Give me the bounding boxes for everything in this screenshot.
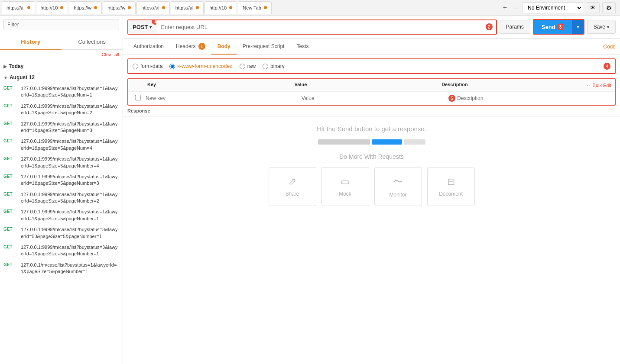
tab-label: https://w [74, 5, 91, 10]
share-icon: ⇗ [289, 176, 296, 187]
clear-all-button[interactable]: Clear all [0, 50, 123, 59]
history-url: 127.0.0.1:9999/m/case/list?buystatus=1&l… [21, 138, 119, 151]
mock-icon: ▭ [341, 176, 350, 187]
url-input[interactable] [156, 20, 496, 34]
section-august12[interactable]: ▼ August 12 [0, 72, 123, 83]
tab-headers[interactable]: Headers 1 [170, 39, 211, 55]
chevron-down-icon: ▾ [149, 25, 152, 29]
method-badge: GET [3, 226, 17, 232]
tab-item-2[interactable]: https://w [69, 1, 102, 14]
tab-prerequest[interactable]: Pre-request Script [237, 39, 291, 55]
params-button[interactable]: Params [500, 20, 530, 34]
history-item[interactable]: GET127.0.0.1:9999/m/case/list?buystatus=… [0, 171, 123, 189]
key-input[interactable] [144, 93, 300, 103]
filter-input[interactable] [3, 19, 119, 30]
history-item[interactable]: GET127.0.0.1:9999/m/case/list?buystatus=… [0, 83, 123, 101]
tab-label: https://al [6, 5, 25, 10]
history-item[interactable]: GET127.0.0.1/m/case/list?buystatus=1&law… [0, 260, 123, 277]
method-badge: GET [3, 121, 17, 126]
tab-item-1[interactable]: http://10 [36, 1, 68, 14]
tab-body[interactable]: Body [211, 39, 237, 55]
history-url: 127.0.0.1:9999/m/case/list?buystatus=1&l… [21, 174, 119, 187]
do-more-label: Do More With Requests [339, 153, 404, 160]
history-item[interactable]: GET127.0.0.1:9999/m/case/list?buystatus=… [0, 206, 123, 224]
method-badge: GET [3, 209, 17, 214]
tab-item-6[interactable]: http://10 [205, 1, 237, 14]
bar-gray-1 [318, 139, 370, 145]
tab-dot [60, 6, 63, 9]
form-data-option[interactable]: form-data [133, 63, 162, 69]
tab-item-4[interactable]: https://al [136, 1, 170, 14]
history-url: 127.0.0.1:9999/m/case/list?buystatus=1&l… [21, 209, 119, 222]
history-item[interactable]: GET127.0.0.1:9999/m/case/list?buystatus=… [0, 119, 123, 136]
add-tab-button[interactable]: + [500, 2, 510, 13]
tab-dot [196, 6, 199, 9]
history-item[interactable]: GET127.0.0.1:9999/m/case/list?buystatus=… [0, 154, 123, 171]
value-input[interactable] [300, 93, 449, 103]
tab-item-3[interactable]: https://w [103, 1, 136, 14]
body-options: form-data x-www-form-urlencoded raw bina… [127, 58, 616, 74]
sidebar-tabs: History Collections [0, 34, 123, 50]
request-tabs: Authorization Headers 1 Body Pre-request… [123, 39, 620, 55]
action-card-share[interactable]: ⇗Share [269, 167, 316, 206]
action-label: Document [439, 191, 463, 197]
method-badge: GET [3, 262, 17, 267]
x-www-option[interactable]: x-www-form-urlencoded [169, 63, 232, 69]
params-table: Key Value Description ··· Bulk Edit [127, 78, 616, 106]
environment-select[interactable]: No Environment [522, 2, 583, 13]
row-checkbox[interactable] [132, 95, 144, 100]
bulk-edit-link[interactable]: Bulk Edit [593, 83, 611, 88]
raw-option[interactable]: raw [240, 63, 256, 69]
save-button[interactable]: Save ▾ [587, 20, 616, 34]
action-label: Mock [339, 191, 351, 197]
tab-label: https://w [107, 5, 125, 10]
history-url: 127.0.0.1/m/case/list?buystatus=1&lawyer… [21, 262, 119, 275]
request-area: POST ▾ 1 2 Params Send 3 ▾ Save ▾ [123, 16, 620, 364]
url-bar: POST ▾ 1 2 Params Send 3 ▾ Save ▾ [123, 16, 620, 39]
send-button[interactable]: Send 3 [534, 20, 572, 34]
bar-gray-2 [404, 139, 425, 145]
history-item[interactable]: GET127.0.0.1:9999/m/case/list?buystatus=… [0, 101, 123, 119]
more-tabs-button[interactable]: ··· [511, 3, 521, 13]
action-label: Monitor [389, 192, 406, 198]
tab-authorization[interactable]: Authorization [127, 39, 170, 55]
tab-tests[interactable]: Tests [290, 39, 315, 55]
tab-dot [229, 6, 232, 9]
binary-option[interactable]: binary [263, 63, 285, 69]
tab-collections[interactable]: Collections [62, 34, 123, 49]
params-new-row: 5 [128, 91, 615, 105]
tab-dot [264, 6, 267, 9]
action-label: Share [285, 191, 299, 197]
history-item[interactable]: GET127.0.0.1:9999/m/case/list?buystatus=… [0, 136, 123, 154]
method-selector[interactable]: POST ▾ 1 [128, 20, 156, 34]
history-item[interactable]: GET127.0.0.1:9999/m/case/list?buystatus=… [0, 224, 123, 242]
tab-item-7[interactable]: New Tab [238, 1, 272, 14]
action-card-monitor[interactable]: 〜Monitor [374, 167, 422, 206]
section-today[interactable]: ▶ Today [0, 61, 123, 72]
settings-button[interactable]: ⚙ [602, 2, 616, 13]
tab-label: http://10 [209, 5, 227, 10]
sidebar-search-area [0, 16, 123, 34]
eye-button[interactable]: 👁 [586, 2, 600, 13]
document-icon: ⊟ [447, 176, 455, 187]
method-badge: GET [3, 174, 17, 179]
sidebar: History Collections Clear all ▶ Today ▼ … [0, 16, 123, 364]
tab-history[interactable]: History [0, 34, 62, 50]
history-item[interactable]: GET127.0.0.1:9999/m/case/list?buystatus=… [0, 242, 123, 260]
tab-dot [162, 6, 165, 9]
action-card-document[interactable]: ⊟Document [427, 167, 475, 206]
tab-dot [94, 6, 97, 9]
code-link[interactable]: Code [603, 44, 616, 50]
tab-item-0[interactable]: https://al [2, 1, 35, 14]
send-dropdown-button[interactable]: ▾ [572, 20, 584, 34]
history-item[interactable]: GET127.0.0.1:9999/m/case/list?buystatus=… [0, 189, 123, 207]
arrow-icon: ▼ [3, 75, 8, 80]
params-table-header: Key Value Description ··· Bulk Edit [128, 79, 615, 91]
action-card-mock[interactable]: ▭Mock [321, 167, 369, 206]
desc-input[interactable] [455, 93, 611, 103]
history-url: 127.0.0.1:9999/m/case/list?buystatus=1&l… [21, 85, 119, 99]
method-badge: GET [3, 244, 17, 249]
method-badge: GET [3, 85, 17, 90]
body-badge: 4 [604, 63, 610, 70]
tab-item-5[interactable]: https://al [171, 1, 204, 14]
